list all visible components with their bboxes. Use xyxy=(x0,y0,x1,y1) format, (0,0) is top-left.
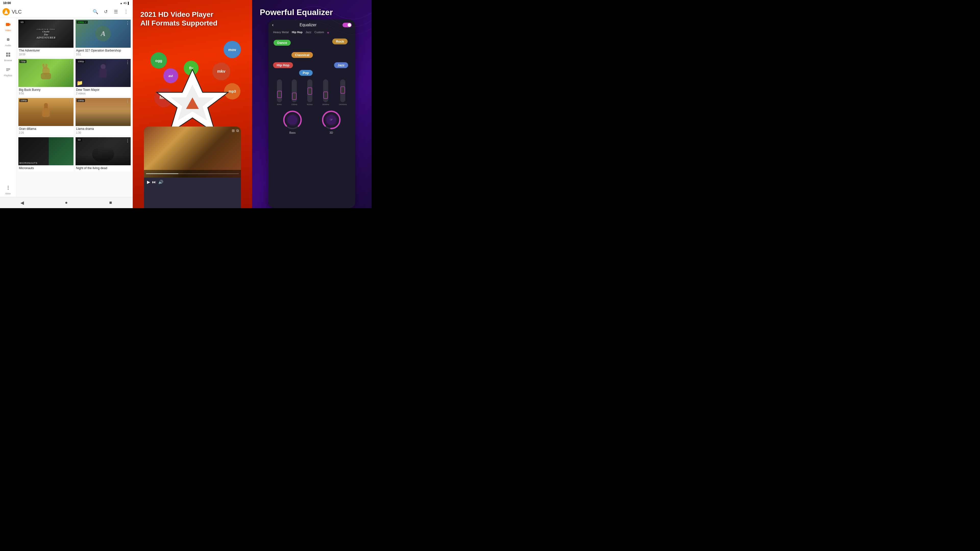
video-grid-container[interactable]: SD CHAPTER TWO Charlie TheADVENTURER The… xyxy=(16,17,133,197)
video-title-night: Night of the living dead xyxy=(76,166,130,170)
browse-nav-icon xyxy=(5,52,11,59)
vlc-logo xyxy=(3,8,10,15)
nav-playlists[interactable]: Playlists xyxy=(0,65,16,79)
slider-thumb-14000hz[interactable] xyxy=(340,86,345,94)
video-title-gran: Gran dillama xyxy=(19,127,73,131)
phone-hashtag-icon[interactable]: ⊞ xyxy=(232,129,235,133)
genre-jazz[interactable]: Jazz xyxy=(334,62,348,68)
wifi-icon: ▲ xyxy=(120,2,123,5)
slider-thumb-3600hz[interactable] xyxy=(323,92,328,99)
phone-play-btn[interactable]: ▶ xyxy=(147,179,150,184)
knob-bass-wrap: Bass xyxy=(282,110,303,134)
knob-bass-label: Bass xyxy=(290,131,296,134)
video-card-llama[interactable]: 1080p ⋮ Llama drama 1:30 xyxy=(76,98,130,135)
playlists-nav-icon xyxy=(5,67,11,74)
slider-thumb-230hz[interactable] xyxy=(292,93,297,100)
eq-toggle[interactable] xyxy=(342,23,352,27)
genre-rock[interactable]: Rock xyxy=(332,38,348,44)
svg-text:☞: ☞ xyxy=(330,118,333,122)
svg-point-23 xyxy=(287,115,298,125)
video-card-agent327[interactable]: 1080p ✓ ⋮ A Agent 327 Operation Barbersh… xyxy=(76,20,130,57)
nav-more[interactable]: More xyxy=(0,183,16,197)
more-icon[interactable]: ⋮ xyxy=(122,8,130,16)
nav-browse[interactable]: Browse xyxy=(0,50,16,64)
video-card-night[interactable]: SD ⋮ Night of the living dead xyxy=(76,137,130,171)
video-card-bigbuck[interactable]: 720p ⋮ Big Buck xyxy=(18,59,73,96)
video-info-micronauts: Micronauts xyxy=(18,165,73,171)
slider-track-14000hz[interactable] xyxy=(340,79,345,102)
slider-3600hz: 3600Hz xyxy=(322,79,329,106)
status-bar: 10:00 ▲ 4G ▌ xyxy=(0,0,133,6)
video-meta-gran: 2:26 xyxy=(19,131,73,134)
status-time: 10:00 xyxy=(3,1,11,5)
video-meta-bigbuck: 9:56 xyxy=(19,92,73,95)
preset-dropdown-icon[interactable]: ▾ xyxy=(327,30,329,35)
slider-track-910hz[interactable] xyxy=(307,79,312,102)
genre-dance[interactable]: Dance xyxy=(274,40,291,46)
preset-jazz[interactable]: Jazz xyxy=(305,30,311,35)
video-info-dewtown: Dew Town Mayor 2 videos xyxy=(76,87,130,96)
vlc-toolbar: VLC 🔍 ↺ ☰ ⋮ xyxy=(0,6,133,17)
slider-track-3600hz[interactable] xyxy=(323,79,328,102)
thumb-gran: 1080p ⋮ xyxy=(18,98,73,126)
video-card-adventurer[interactable]: SD CHAPTER TWO Charlie TheADVENTURER The… xyxy=(18,20,73,57)
badge-night: SD xyxy=(76,138,82,141)
video-card-dewtown[interactable]: 1080p ⋮ 📁 Dew Town Mayor xyxy=(76,59,130,96)
preset-custom[interactable]: Custom xyxy=(314,30,324,35)
history-icon[interactable]: ↺ xyxy=(102,8,110,16)
micronauts-title-overlay: MICRONAUTS xyxy=(19,162,38,164)
home-button[interactable]: ● xyxy=(44,199,88,206)
svg-rect-7 xyxy=(6,52,8,54)
svg-point-14 xyxy=(8,186,9,187)
video-card-gran[interactable]: 1080p ⋮ Gran dillama 2:26 xyxy=(18,98,73,135)
slider-thumb-60hz[interactable] xyxy=(277,91,282,98)
knob-3d-wrap: ☞ 3D xyxy=(321,110,342,134)
phone-controls: ▶ ⏭ 🔊 xyxy=(144,178,241,186)
slider-910hz: 910Hz xyxy=(307,79,313,106)
video-nav-icon xyxy=(5,22,11,29)
slider-track-60hz[interactable] xyxy=(277,79,282,102)
knob-3d[interactable]: ☞ xyxy=(321,110,342,130)
folder-icon-dewtown: 📁 xyxy=(76,80,83,86)
recents-button[interactable]: ■ xyxy=(89,199,133,206)
middle-panel: 2021 HD Video PlayerAll Formats Supporte… xyxy=(133,0,252,208)
back-button[interactable]: ◀ xyxy=(0,199,44,206)
sort-icon[interactable]: ☰ xyxy=(112,8,120,16)
genre-hiphop[interactable]: Hip Hop xyxy=(273,62,293,68)
more-btn-night[interactable]: ⋮ xyxy=(126,138,130,143)
phone-video-frame: ⊞ ⧉ xyxy=(144,127,241,178)
video-info-adventurer: The Adventurer 18:59 xyxy=(18,48,73,57)
video-meta-llama: 1:30 xyxy=(76,131,130,134)
eq-presets: Heavy Metal Hip Hop Jazz Custom ▾ xyxy=(271,30,353,36)
video-meta-dewtown: 2 videos xyxy=(76,92,130,95)
search-icon[interactable]: 🔍 xyxy=(91,8,100,16)
preset-hiphop[interactable]: Hip Hop xyxy=(292,30,302,35)
phone-skip-btn[interactable]: ⏭ xyxy=(152,180,156,184)
status-icons: ▲ 4G ▌ xyxy=(120,2,130,5)
genre-pop[interactable]: Pop xyxy=(299,70,313,76)
nav-audio[interactable]: Audio xyxy=(0,35,16,49)
video-title-bigbuck: Big Buck Bunny xyxy=(19,88,73,92)
eq-sliders: 60Hz 230Hz 910Hz 3600Hz xyxy=(271,75,353,106)
slider-60hz: 60Hz xyxy=(277,79,282,106)
knob-bass[interactable] xyxy=(282,110,303,130)
freq-label-60hz: 60Hz xyxy=(277,103,282,106)
phone-volume-btn[interactable]: 🔊 xyxy=(158,179,163,184)
vlc-main: Video Audio xyxy=(0,17,133,197)
video-card-micronauts[interactable]: ⋮ MICRONAUTS Micronauts xyxy=(18,137,73,171)
slider-track-230hz[interactable] xyxy=(292,79,297,102)
badge-adventurer: SD xyxy=(19,21,25,24)
browse-nav-label: Browse xyxy=(4,59,12,62)
nav-video[interactable]: Video xyxy=(0,20,16,34)
eq-genre-tags: Dance Rock Classical Jazz Hip Hop Pop xyxy=(271,37,353,73)
phone-layout-icon[interactable]: ⧉ xyxy=(236,129,239,133)
signal-icon: 4G xyxy=(124,2,127,5)
eq-back-btn[interactable]: ‹ xyxy=(272,22,274,27)
vlc-title-text: VLC xyxy=(12,9,89,15)
slider-thumb-910hz[interactable] xyxy=(307,87,312,95)
video-nav-label: Video xyxy=(5,29,11,32)
thumb-bigbuck: 720p ⋮ xyxy=(18,59,73,87)
preset-heavymetal[interactable]: Heavy Metal xyxy=(273,30,289,35)
genre-classical[interactable]: Classical xyxy=(291,52,313,58)
audio-nav-label: Audio xyxy=(5,44,11,47)
